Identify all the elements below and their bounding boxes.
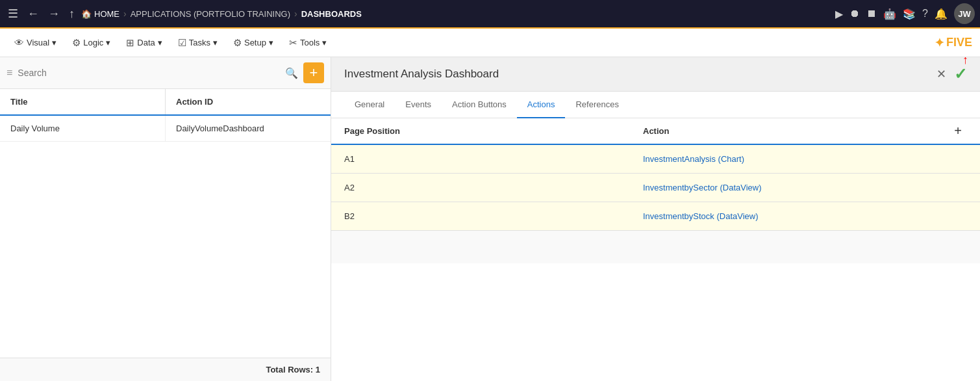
top-nav: ☰ ← → ↑ 🏠 HOME › APPLICATIONS (PORTFOLIO… — [0, 0, 980, 29]
search-icon[interactable]: 🔍 — [285, 67, 298, 79]
forward-icon[interactable]: → — [45, 5, 62, 23]
tab-events[interactable]: Events — [395, 92, 442, 118]
five-logo: ✦ FIVE — [935, 36, 972, 50]
red-arrow-icon: ↑ — [962, 53, 968, 67]
menu-logic[interactable]: ⚙ Logic ▾ — [66, 33, 117, 53]
col-action-id: Action ID — [166, 89, 331, 114]
table-row[interactable]: Daily Volume DailyVolumeDashboard — [0, 116, 331, 142]
tabs: General Events Action Buttons Actions Re… — [331, 92, 980, 118]
library-icon[interactable]: 📚 — [903, 8, 916, 20]
menu-icon[interactable]: ☰ — [5, 4, 21, 23]
cell-action-id: DailyVolumeDashboard — [166, 116, 331, 141]
breadcrumb-dashboards: DASHBOARDS — [301, 9, 362, 19]
avatar[interactable]: JW — [954, 3, 975, 24]
tab-general[interactable]: General — [344, 92, 395, 118]
bot-icon[interactable]: 🤖 — [883, 8, 896, 20]
panel-header: Investment Analysis Dashboard ✕ ✓ ↑ — [331, 57, 980, 92]
col-title: Title — [0, 89, 166, 114]
col-action: Action — [643, 118, 949, 144]
col-page-position: Page Position — [344, 118, 643, 144]
menu-bar: 👁 Visual ▾ ⚙ Logic ▾ ⊞ Data ▾ ☑ Tasks ▾ … — [0, 29, 980, 57]
up-icon[interactable]: ↑ — [66, 5, 77, 23]
actions-table-header: Page Position Action + — [331, 118, 980, 145]
stop-icon[interactable]: ⏹ — [866, 8, 877, 20]
table-footer: Total Rows: 1 — [0, 358, 331, 381]
filter-icon: ≡ — [6, 67, 12, 79]
action-row-2[interactable]: B2 InvestmentbyStock (DataView) — [331, 202, 980, 231]
table-header: Title Action ID — [0, 89, 331, 116]
action-row-1[interactable]: A2 InvestmentbySector (DataView) — [331, 174, 980, 202]
right-panel: Investment Analysis Dashboard ✕ ✓ ↑ Gene… — [331, 57, 980, 381]
action-a1[interactable]: InvestmentAnalysis (Chart) — [643, 145, 967, 173]
panel-title: Investment Analysis Dashboard — [344, 68, 499, 81]
tools-icon: ✂ — [289, 37, 297, 49]
search-input[interactable] — [18, 68, 280, 78]
empty-area — [331, 263, 980, 382]
menu-data[interactable]: ⊞ Data ▾ — [119, 33, 168, 53]
add-button[interactable]: + — [303, 62, 324, 83]
back-icon[interactable]: ← — [25, 5, 42, 23]
data-icon: ⊞ — [126, 37, 134, 49]
record-icon[interactable]: ⏺ — [849, 8, 860, 20]
confirm-button[interactable]: ✓ — [954, 65, 967, 83]
search-bar: ≡ 🔍 + — [0, 57, 331, 89]
cell-title: Daily Volume — [0, 116, 166, 141]
nav-actions: ▶ ⏺ ⏹ 🤖 📚 ? 🔔 JW — [835, 3, 975, 24]
close-button[interactable]: ✕ — [936, 67, 946, 81]
tab-references[interactable]: References — [565, 92, 629, 118]
panel-header-actions: ✕ ✓ ↑ — [936, 65, 967, 83]
actions-rows: A1 InvestmentAnalysis (Chart) A2 Investm… — [331, 145, 980, 263]
visual-icon: 👁 — [14, 37, 24, 48]
left-panel: ≡ 🔍 + Title Action ID Daily Volume Daily… — [0, 57, 331, 381]
menu-tasks[interactable]: ☑ Tasks ▾ — [171, 33, 224, 53]
breadcrumb-applications[interactable]: APPLICATIONS (PORTFOLIO TRAINING) — [131, 9, 290, 19]
menu-visual[interactable]: 👁 Visual ▾ — [8, 33, 63, 52]
setup-icon: ⚙ — [233, 37, 242, 49]
tab-action-buttons[interactable]: Action Buttons — [442, 92, 517, 118]
action-a2[interactable]: InvestmentbySector (DataView) — [643, 174, 967, 202]
play-icon[interactable]: ▶ — [835, 8, 843, 20]
action-row-0[interactable]: A1 InvestmentAnalysis (Chart) — [331, 145, 980, 174]
main-area: ≡ 🔍 + Title Action ID Daily Volume Daily… — [0, 57, 980, 381]
tasks-icon: ☑ — [178, 37, 186, 49]
data-table: Title Action ID Daily Volume DailyVolume… — [0, 89, 331, 358]
actions-content: Page Position Action + A1 InvestmentAnal… — [331, 118, 980, 381]
pos-a1: A1 — [344, 145, 643, 173]
menu-tools[interactable]: ✂ Tools ▾ — [283, 33, 333, 53]
pos-b2: B2 — [344, 202, 643, 230]
tab-actions[interactable]: Actions — [517, 92, 566, 118]
pos-a2: A2 — [344, 174, 643, 202]
action-b2[interactable]: InvestmentbyStock (DataView) — [643, 202, 967, 230]
logic-icon: ⚙ — [72, 37, 81, 49]
help-icon[interactable]: ? — [922, 8, 928, 20]
notification-icon[interactable]: 🔔 — [935, 8, 948, 20]
home-link[interactable]: 🏠 HOME — [81, 9, 119, 19]
add-row-button[interactable]: + — [949, 121, 967, 141]
menu-setup[interactable]: ⚙ Setup ▾ — [227, 33, 280, 53]
